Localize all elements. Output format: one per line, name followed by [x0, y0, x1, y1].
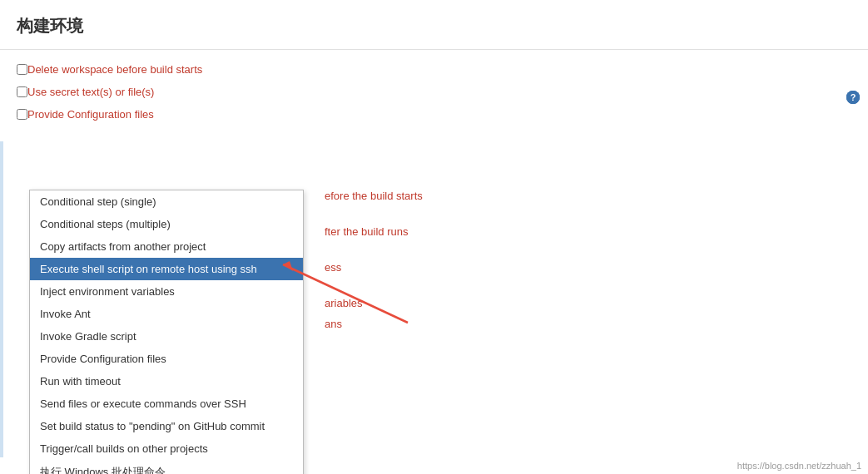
- checkbox-delete-workspace[interactable]: [17, 64, 27, 75]
- watermark: https://blog.csdn.net/zzhuah_1: [737, 461, 861, 471]
- dropdown-item-5[interactable]: Inject environment variables: [30, 280, 303, 303]
- checkbox-secret-text[interactable]: [17, 86, 27, 97]
- bg-line-2: fter the build runs: [325, 225, 423, 238]
- checkbox-provide-config[interactable]: [17, 109, 27, 120]
- bg-line-1: efore the build starts: [325, 190, 423, 202]
- main-content: Delete workspace before build starts ? U…: [0, 50, 868, 144]
- dropdown-item-3[interactable]: Copy artifacts from another project: [30, 235, 303, 258]
- checkbox-row-1: Delete workspace before build starts ?: [17, 63, 851, 76]
- bg-line-5: ariables: [325, 297, 423, 309]
- left-border-accent: [0, 141, 3, 457]
- help-icon-3[interactable]: ?: [846, 91, 860, 104]
- dropdown-item-12[interactable]: Trigger/call builds on other projects: [30, 437, 303, 460]
- dropdown-item-9[interactable]: Run with timeout: [30, 370, 303, 393]
- dropdown-item-13[interactable]: 执行 Windows 批处理命令: [30, 460, 303, 474]
- dropdown-item-1[interactable]: Conditional step (single): [30, 190, 303, 213]
- checkbox-label-3: Provide Configuration files: [27, 108, 851, 121]
- checkbox-label-2: Use secret text(s) or file(s): [27, 86, 851, 98]
- dropdown-menu: Conditional step (single) Conditional st…: [29, 190, 304, 474]
- page-title: 构建环境: [0, 0, 868, 50]
- dropdown-item-2[interactable]: Conditional steps (multiple): [30, 213, 303, 235]
- dropdown-item-8[interactable]: Provide Configuration files: [30, 348, 303, 370]
- bg-content: efore the build starts fter the build ru…: [325, 190, 423, 330]
- checkbox-row-2: Use secret text(s) or file(s) ?: [17, 86, 851, 98]
- page-container: 构建环境 Delete workspace before build start…: [0, 0, 868, 474]
- bg-line-6: ans: [325, 318, 423, 330]
- dropdown-item-11[interactable]: Set build status to "pending" on GitHub …: [30, 415, 303, 437]
- dropdown-item-4-selected[interactable]: Execute shell script on remote host usin…: [30, 258, 303, 280]
- checkbox-row-3: Provide Configuration files ?: [17, 108, 851, 121]
- bg-line-4: ess: [325, 261, 423, 274]
- checkbox-label-1: Delete workspace before build starts: [27, 63, 851, 76]
- dropdown-item-6[interactable]: Invoke Ant: [30, 303, 303, 325]
- dropdown-item-10[interactable]: Send files or execute commands over SSH: [30, 393, 303, 415]
- dropdown-item-7[interactable]: Invoke Gradle script: [30, 325, 303, 348]
